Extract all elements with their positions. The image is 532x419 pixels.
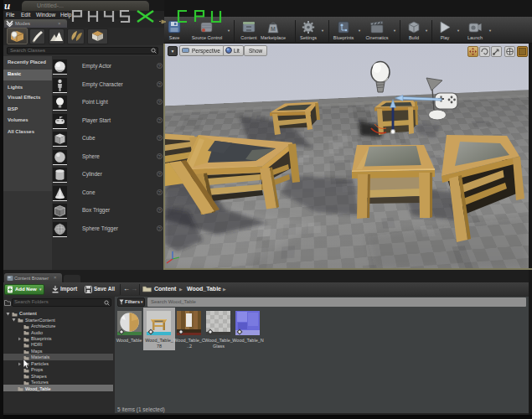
svg-text:u: u bbox=[4, 0, 10, 11]
svg-text:M: M bbox=[271, 26, 276, 32]
